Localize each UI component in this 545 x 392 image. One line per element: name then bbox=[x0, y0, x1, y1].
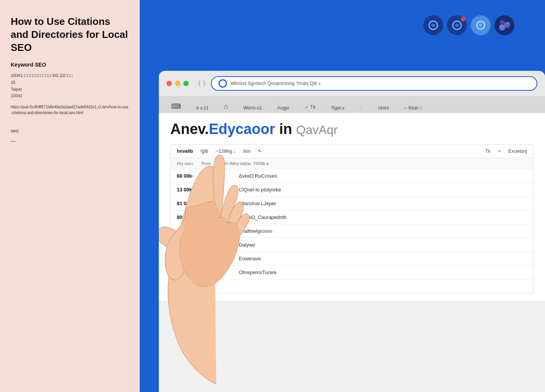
nav-buttons: ⟨ ⟩ bbox=[198, 79, 206, 88]
browser-window: ⟨ ⟩ Whnind Sgrotech Qvsamroning ?rnats Q… bbox=[159, 71, 545, 392]
row-name-4: Bury bbox=[210, 228, 233, 234]
browser-icon bbox=[219, 79, 227, 88]
table-row: 68 00k· Eory ΔvkeD RuCroves bbox=[171, 169, 533, 183]
icon-circle-2 bbox=[447, 15, 467, 35]
tab-nloirs[interactable]: nloirs bbox=[373, 103, 393, 113]
col-header-0[interactable]: hnvalib bbox=[177, 149, 193, 154]
row-rank-4: 82 00k· bbox=[177, 228, 204, 234]
table-row: S0 00k· Nill. OhrepemsTurare bbox=[171, 266, 533, 279]
keyword-label: Keyword SEO bbox=[11, 62, 129, 68]
icon-dark: 🫐 bbox=[494, 15, 514, 35]
tab-1[interactable]: b s z1 bbox=[192, 103, 213, 113]
row-rank-0: 68 00k· bbox=[177, 173, 204, 179]
tab-tiger[interactable]: Tiger.v bbox=[326, 103, 349, 113]
table-row: 8F 00k· bbox=[171, 279, 533, 293]
table-row: 80 00k· BylX PonwΩ_Caurapednth bbox=[171, 211, 533, 224]
forward-icon[interactable]: ⟩ bbox=[203, 79, 206, 88]
address-bar[interactable]: Whnind Sgrotech Qvsamroning ?rnats Qitl … bbox=[211, 76, 537, 91]
traffic-lights bbox=[166, 81, 189, 86]
row-name-0: Eory bbox=[210, 173, 233, 179]
main-area: 🫐 ⟨ ⟩ Whnind Sgrotech Qvsamroning ?rnats… bbox=[140, 0, 545, 392]
sidebar-url: https://pub-5c454f571b8e40a3a2aad27ade84… bbox=[11, 104, 129, 116]
col-header-2[interactable]: ~12lifeg ↓ bbox=[216, 149, 236, 154]
sidebar-dash: — bbox=[11, 138, 129, 144]
icon-circle-3 bbox=[471, 15, 491, 35]
table-header: hnvalib lg̈lb ~12lifeg ↓ lion ⬑ Tk ≈ Exc… bbox=[171, 145, 533, 158]
row-desc-3: PonwΩ_Caurapednth bbox=[239, 214, 527, 220]
heading-part3: in bbox=[275, 121, 292, 137]
maximize-button[interactable] bbox=[183, 81, 189, 86]
sub-col-0: Hry oun↕ bbox=[177, 161, 194, 166]
table-row: 17 00k· RylX Dalywo bbox=[171, 238, 533, 252]
col-header-6[interactable]: Tk bbox=[485, 149, 490, 154]
table-subheader: Hry oun↕ Roro I sem IMey iudya↓ T003b a bbox=[171, 158, 533, 169]
sub-col-1: Roro bbox=[201, 161, 210, 166]
icon-circle-1 bbox=[423, 15, 443, 35]
tab-2[interactable]: ⌂ bbox=[219, 100, 233, 113]
tab-augpr[interactable]: Augpr bbox=[272, 103, 294, 113]
row-name-5: RylX bbox=[210, 242, 233, 248]
minimize-button[interactable] bbox=[175, 81, 180, 86]
row-name-3: BylX bbox=[210, 214, 233, 220]
row-desc-0: ΔvkeD RuCroves bbox=[239, 173, 527, 179]
heading-part4: QavAqr bbox=[296, 123, 338, 137]
tab-separator: │ bbox=[355, 103, 367, 113]
back-icon[interactable]: ⟨ bbox=[198, 79, 201, 88]
heading-part2: Edycaoor bbox=[209, 121, 275, 137]
article-title: How to Use Citations and Directories for… bbox=[11, 15, 129, 54]
address-text: Whnind Sgrotech Qvsamroning ?rnats Qitl … bbox=[231, 81, 530, 86]
heading-part1: Anev. bbox=[170, 121, 209, 137]
browser-chrome: ⟨ ⟩ Whnind Sgrotech Qvsamroning ?rnats Q… bbox=[159, 71, 545, 96]
table-row: 82 00k· Bury Ɛhalfowigrosxn bbox=[171, 224, 533, 238]
content-heading: Anev.Edycaoor in QavAqr bbox=[170, 121, 534, 138]
tab-worm[interactable]: Worm·ú1 bbox=[239, 103, 266, 113]
browser-tabs: ⌨ b s z1 ⌂ Worm·ú1 Augpr ⌿ Tē Tiger.v │ … bbox=[159, 96, 545, 113]
col-header-4: ⬑ bbox=[258, 149, 262, 154]
sub-col-2: I sem IMey iudya↓ T003b a bbox=[218, 161, 269, 166]
sidebar-tag: seo bbox=[11, 128, 129, 134]
col-header-3[interactable]: lion bbox=[243, 149, 251, 154]
col-header-7[interactable]: ≈ bbox=[498, 149, 501, 154]
tab-te[interactable]: ⌿ Tē bbox=[300, 101, 320, 113]
sidebar: How to Use Citations and Directories for… bbox=[0, 0, 140, 392]
table-row: 32 00k· Bory Eowerave bbox=[171, 252, 533, 266]
row-name-1: ByrX bbox=[210, 187, 233, 193]
row-name-7: Nill. bbox=[210, 270, 233, 275]
row-rank-7: S0 00k· bbox=[177, 270, 204, 275]
row-rank-1: 13 00k→ bbox=[177, 187, 204, 193]
row-desc-1: ClQnel-lo ptolynrke bbox=[239, 187, 527, 193]
row-name-2: EgrY bbox=[210, 201, 233, 206]
table-row: 81 00k· EgrY CllarsInal LJeper bbox=[171, 197, 533, 211]
col-header-8[interactable]: Excietonj bbox=[508, 149, 527, 154]
row-desc-4: Ɛhalfowigrosxn bbox=[239, 228, 527, 234]
svg-point-2 bbox=[479, 24, 482, 27]
table-row: 13 00k→ ByrX ClQnel-lo ptolynrke bbox=[171, 183, 533, 197]
row-desc-2: CllarsInal LJeper bbox=[239, 201, 527, 206]
browser-content: Anev.Edycaoor in QavAqr hnvalib lg̈lb ~1… bbox=[159, 113, 545, 301]
data-table: hnvalib lg̈lb ~12lifeg ↓ lion ⬑ Tk ≈ Exc… bbox=[170, 144, 534, 293]
row-rank-6: 32 00k· bbox=[177, 256, 204, 261]
row-desc-5: Dalywo bbox=[239, 242, 527, 248]
row-desc-7: OhrepemsTurare bbox=[239, 270, 527, 275]
row-name-6: Bory bbox=[210, 256, 233, 261]
row-desc-6: Eowerave bbox=[239, 256, 527, 261]
tab-kiral[interactable]: ⌐Kiral □ bbox=[400, 103, 426, 113]
row-rank-3: 80 00k· bbox=[177, 214, 204, 220]
row-rank-8: 8F 00k· bbox=[177, 283, 204, 289]
col-header-1[interactable]: lg̈lb bbox=[201, 149, 208, 154]
tab-0[interactable]: ⌨ bbox=[166, 100, 186, 113]
row-rank-2: 81 00k· bbox=[177, 201, 204, 206]
top-icons-area: 🫐 bbox=[423, 15, 514, 35]
row-rank-5: 17 00k· bbox=[177, 242, 204, 248]
close-button[interactable] bbox=[166, 81, 172, 86]
sidebar-meta: 10041□□□□□□□□□□□□50□22□□□ 15 Taipei 1004… bbox=[11, 72, 129, 99]
